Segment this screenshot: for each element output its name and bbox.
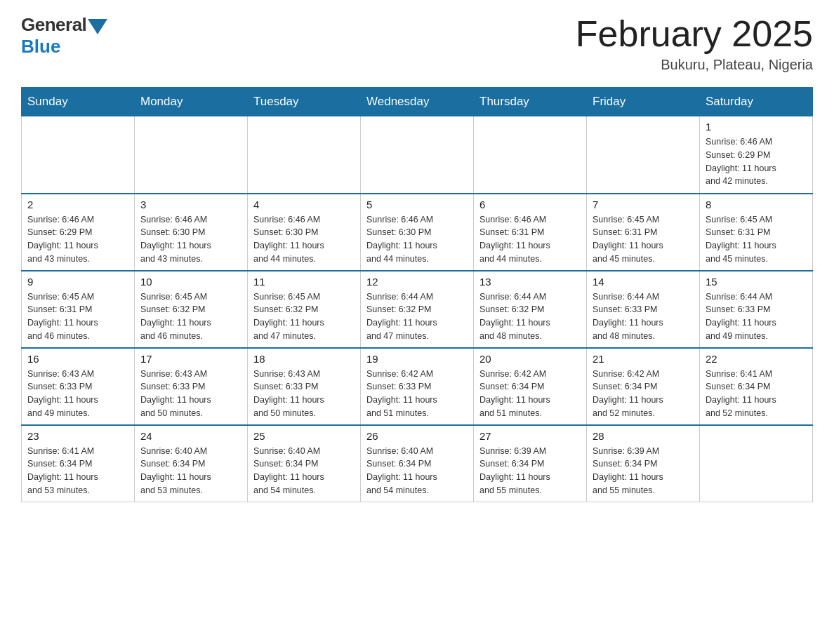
day-info: Sunrise: 6:44 AM Sunset: 6:32 PM Dayligh…	[366, 290, 468, 343]
day-info: Sunrise: 6:44 AM Sunset: 6:32 PM Dayligh…	[479, 290, 581, 343]
day-number: 22	[706, 353, 807, 365]
calendar-cell	[361, 116, 474, 194]
weekday-header-tuesday: Tuesday	[248, 88, 361, 116]
calendar-cell: 1Sunrise: 6:46 AM Sunset: 6:29 PM Daylig…	[700, 116, 813, 194]
day-info: Sunrise: 6:45 AM Sunset: 6:31 PM Dayligh…	[706, 213, 807, 266]
day-info: Sunrise: 6:46 AM Sunset: 6:30 PM Dayligh…	[366, 213, 468, 266]
day-number: 17	[140, 353, 241, 365]
day-number: 25	[253, 430, 355, 442]
day-info: Sunrise: 6:43 AM Sunset: 6:33 PM Dayligh…	[27, 368, 128, 420]
day-info: Sunrise: 6:42 AM Sunset: 6:34 PM Dayligh…	[593, 368, 694, 420]
week-row-5: 23Sunrise: 6:41 AM Sunset: 6:34 PM Dayli…	[22, 425, 813, 502]
calendar-cell: 18Sunrise: 6:43 AM Sunset: 6:33 PM Dayli…	[248, 348, 361, 425]
calendar-cell: 6Sunrise: 6:46 AM Sunset: 6:31 PM Daylig…	[474, 194, 587, 271]
day-number: 10	[140, 276, 241, 288]
calendar-cell: 3Sunrise: 6:46 AM Sunset: 6:30 PM Daylig…	[135, 194, 248, 271]
calendar-cell: 24Sunrise: 6:40 AM Sunset: 6:34 PM Dayli…	[135, 425, 248, 502]
calendar-cell	[700, 425, 813, 502]
week-row-2: 2Sunrise: 6:46 AM Sunset: 6:29 PM Daylig…	[22, 194, 813, 271]
week-row-3: 9Sunrise: 6:45 AM Sunset: 6:31 PM Daylig…	[22, 271, 813, 348]
day-info: Sunrise: 6:42 AM Sunset: 6:34 PM Dayligh…	[479, 368, 581, 420]
day-number: 28	[593, 430, 694, 442]
day-info: Sunrise: 6:43 AM Sunset: 6:33 PM Dayligh…	[253, 368, 355, 420]
day-info: Sunrise: 6:40 AM Sunset: 6:34 PM Dayligh…	[366, 445, 468, 497]
day-number: 13	[479, 276, 581, 288]
day-number: 27	[479, 430, 581, 442]
day-info: Sunrise: 6:46 AM Sunset: 6:30 PM Dayligh…	[140, 213, 241, 266]
day-number: 19	[366, 353, 468, 365]
weekday-header-row: SundayMondayTuesdayWednesdayThursdayFrid…	[22, 88, 813, 116]
calendar-cell: 28Sunrise: 6:39 AM Sunset: 6:34 PM Dayli…	[587, 425, 700, 502]
calendar-cell: 2Sunrise: 6:46 AM Sunset: 6:29 PM Daylig…	[22, 194, 135, 271]
day-number: 6	[479, 199, 581, 210]
weekday-header-sunday: Sunday	[22, 88, 135, 116]
calendar-cell: 5Sunrise: 6:46 AM Sunset: 6:30 PM Daylig…	[361, 194, 474, 271]
calendar-cell: 21Sunrise: 6:42 AM Sunset: 6:34 PM Dayli…	[587, 348, 700, 425]
calendar-cell: 15Sunrise: 6:44 AM Sunset: 6:33 PM Dayli…	[700, 271, 813, 348]
logo-triangle-icon	[88, 19, 107, 34]
day-number: 5	[366, 199, 468, 210]
day-info: Sunrise: 6:42 AM Sunset: 6:33 PM Dayligh…	[366, 368, 468, 420]
calendar-cell	[587, 116, 700, 194]
day-info: Sunrise: 6:40 AM Sunset: 6:34 PM Dayligh…	[253, 445, 355, 497]
calendar-cell: 12Sunrise: 6:44 AM Sunset: 6:32 PM Dayli…	[361, 271, 474, 348]
day-number: 1	[706, 121, 807, 133]
day-info: Sunrise: 6:45 AM Sunset: 6:32 PM Dayligh…	[253, 290, 355, 343]
calendar-table: SundayMondayTuesdayWednesdayThursdayFrid…	[21, 87, 813, 502]
logo: General Blue	[21, 14, 107, 58]
calendar-cell: 26Sunrise: 6:40 AM Sunset: 6:34 PM Dayli…	[361, 425, 474, 502]
day-number: 8	[706, 199, 807, 210]
calendar-cell: 20Sunrise: 6:42 AM Sunset: 6:34 PM Dayli…	[474, 348, 587, 425]
day-info: Sunrise: 6:46 AM Sunset: 6:29 PM Dayligh…	[706, 135, 807, 188]
calendar-cell: 25Sunrise: 6:40 AM Sunset: 6:34 PM Dayli…	[248, 425, 361, 502]
weekday-header-saturday: Saturday	[700, 88, 813, 116]
calendar-cell	[135, 116, 248, 194]
calendar-cell: 11Sunrise: 6:45 AM Sunset: 6:32 PM Dayli…	[248, 271, 361, 348]
day-number: 15	[706, 276, 807, 288]
calendar-cell: 9Sunrise: 6:45 AM Sunset: 6:31 PM Daylig…	[22, 271, 135, 348]
day-number: 20	[479, 353, 581, 365]
calendar-cell: 8Sunrise: 6:45 AM Sunset: 6:31 PM Daylig…	[700, 194, 813, 271]
logo-general-text: General	[21, 14, 86, 36]
day-number: 9	[27, 276, 128, 288]
day-number: 2	[27, 199, 128, 210]
day-info: Sunrise: 6:41 AM Sunset: 6:34 PM Dayligh…	[706, 368, 807, 420]
calendar-cell	[474, 116, 587, 194]
logo-blue-text: Blue	[21, 36, 60, 58]
day-number: 23	[27, 430, 128, 442]
weekday-header-thursday: Thursday	[474, 88, 587, 116]
day-info: Sunrise: 6:46 AM Sunset: 6:30 PM Dayligh…	[253, 213, 355, 266]
day-info: Sunrise: 6:39 AM Sunset: 6:34 PM Dayligh…	[479, 445, 581, 497]
day-number: 21	[593, 353, 694, 365]
weekday-header-friday: Friday	[587, 88, 700, 116]
calendar-cell: 23Sunrise: 6:41 AM Sunset: 6:34 PM Dayli…	[22, 425, 135, 502]
calendar-cell: 14Sunrise: 6:44 AM Sunset: 6:33 PM Dayli…	[587, 271, 700, 348]
day-info: Sunrise: 6:44 AM Sunset: 6:33 PM Dayligh…	[593, 290, 694, 343]
week-row-1: 1Sunrise: 6:46 AM Sunset: 6:29 PM Daylig…	[22, 116, 813, 194]
calendar-cell	[22, 116, 135, 194]
day-info: Sunrise: 6:44 AM Sunset: 6:33 PM Dayligh…	[706, 290, 807, 343]
weekday-header-monday: Monday	[135, 88, 248, 116]
calendar-cell: 13Sunrise: 6:44 AM Sunset: 6:32 PM Dayli…	[474, 271, 587, 348]
day-info: Sunrise: 6:45 AM Sunset: 6:32 PM Dayligh…	[140, 290, 241, 343]
day-number: 4	[253, 199, 355, 210]
day-number: 24	[140, 430, 241, 442]
day-info: Sunrise: 6:40 AM Sunset: 6:34 PM Dayligh…	[140, 445, 241, 497]
calendar-cell: 10Sunrise: 6:45 AM Sunset: 6:32 PM Dayli…	[135, 271, 248, 348]
day-number: 12	[366, 276, 468, 288]
month-title: February 2025	[576, 14, 813, 54]
day-number: 14	[593, 276, 694, 288]
calendar-cell: 7Sunrise: 6:45 AM Sunset: 6:31 PM Daylig…	[587, 194, 700, 271]
title-section: February 2025 Bukuru, Plateau, Nigeria	[576, 14, 813, 73]
calendar-cell: 4Sunrise: 6:46 AM Sunset: 6:30 PM Daylig…	[248, 194, 361, 271]
weekday-header-wednesday: Wednesday	[361, 88, 474, 116]
day-number: 11	[253, 276, 355, 288]
week-row-4: 16Sunrise: 6:43 AM Sunset: 6:33 PM Dayli…	[22, 348, 813, 425]
calendar-cell: 27Sunrise: 6:39 AM Sunset: 6:34 PM Dayli…	[474, 425, 587, 502]
day-info: Sunrise: 6:45 AM Sunset: 6:31 PM Dayligh…	[593, 213, 694, 266]
day-number: 26	[366, 430, 468, 442]
calendar-cell: 17Sunrise: 6:43 AM Sunset: 6:33 PM Dayli…	[135, 348, 248, 425]
calendar-cell	[248, 116, 361, 194]
day-info: Sunrise: 6:41 AM Sunset: 6:34 PM Dayligh…	[27, 445, 128, 497]
day-number: 3	[140, 199, 241, 210]
